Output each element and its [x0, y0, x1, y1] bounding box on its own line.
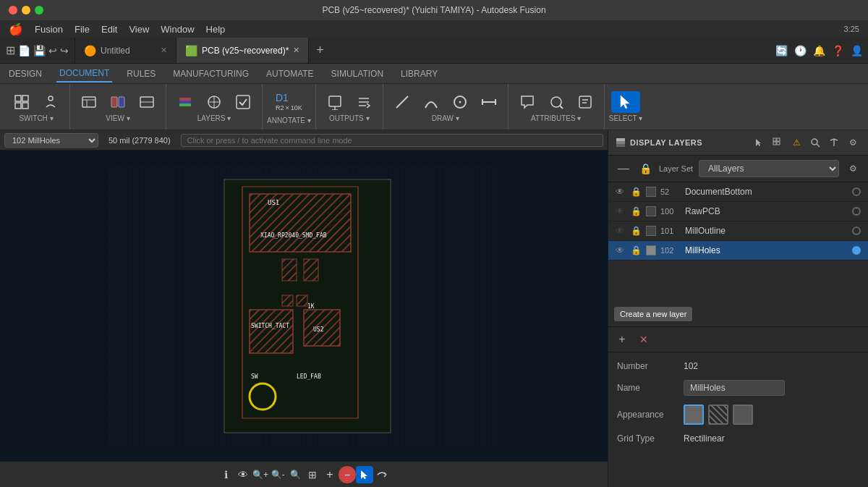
layer-100-lock[interactable]: 🔒	[630, 206, 642, 217]
panel-search-btn[interactable]	[807, 135, 823, 151]
layer-101-active[interactable]	[851, 225, 862, 237]
tab-nav-library[interactable]: LIBRARY	[398, 66, 441, 82]
panel-warning-btn[interactable]: ⚠	[788, 135, 804, 151]
tab-nav-document[interactable]: DOCUMENT	[56, 65, 112, 82]
toolbar-annotate-btn[interactable]: D1 R2 × 10K	[271, 89, 307, 115]
toolbar-select-btn[interactable]	[611, 91, 640, 113]
tab-ctrl-help[interactable]: ❓	[830, 43, 845, 58]
clock: 3:25	[844, 25, 859, 33]
panel-expand-btn[interactable]	[826, 135, 842, 151]
info-btn[interactable]: ℹ	[217, 466, 234, 483]
layer-100-visibility[interactable]: 👁	[614, 206, 626, 217]
tab-ctrl-sync[interactable]: 🔄	[774, 43, 788, 58]
redo-arrow-btn[interactable]	[373, 466, 391, 483]
layer-row-102[interactable]: 👁 🔒 102 MillHoles	[608, 241, 868, 261]
panel-grid-btn[interactable]	[770, 135, 786, 151]
tab-ctrl-clock[interactable]: 🕐	[793, 43, 807, 58]
command-input[interactable]	[181, 134, 603, 147]
toolbar-outputs-btn2[interactable]	[349, 91, 378, 113]
add-layer-btn[interactable]: +	[614, 331, 630, 347]
toolbar-attrs-btn1[interactable]	[513, 91, 542, 113]
main-content: 102 MillHoles 50 mil (2779 840)	[0, 130, 868, 487]
layer-row-52[interactable]: 👁 🔒 52 DocumentBottom	[608, 182, 868, 202]
save-icon[interactable]: 💾	[33, 45, 46, 56]
grid-btn[interactable]: ⊞	[304, 466, 321, 483]
toolbar-layers-btn1[interactable]	[171, 91, 200, 113]
undo-icon[interactable]: ↩	[48, 45, 57, 56]
panel-settings-btn[interactable]: ⚙	[845, 135, 861, 151]
toolbar-view-btn2[interactable]	[103, 91, 132, 113]
new-doc-icon[interactable]: 📄	[18, 45, 30, 56]
swatch-solid[interactable]	[684, 405, 704, 425]
toolbar-attrs-btn3[interactable]	[571, 91, 600, 113]
layer-row-101[interactable]: 👁 🔒 101 MillOutline	[608, 221, 868, 241]
toolbar-switch-btn2[interactable]	[36, 91, 65, 113]
menu-view[interactable]: View	[129, 24, 149, 35]
menu-fusion[interactable]: Fusion	[35, 24, 63, 35]
toolbar-draw-line[interactable]	[388, 91, 417, 113]
zoom-in-btn[interactable]: 🔍+	[252, 466, 269, 483]
appearance-swatches	[684, 405, 753, 425]
tab-untitled[interactable]: 🟠 Untitled ✕	[75, 38, 176, 63]
tab-pcb[interactable]: 🟩 PCB (v25~recovered)* ✕	[176, 38, 309, 63]
menu-edit[interactable]: Edit	[101, 24, 117, 35]
name-input[interactable]	[684, 380, 785, 396]
layer-102-lock[interactable]: 🔒	[630, 245, 642, 256]
layer-set-settings-btn[interactable]: ⚙	[845, 161, 861, 177]
tab-nav-simulation[interactable]: SIMULATION	[328, 66, 386, 82]
layer-100-active[interactable]	[851, 206, 862, 217]
layer-lock-all-btn[interactable]: 🔒	[637, 161, 653, 177]
layer-52-lock[interactable]: 🔒	[630, 186, 642, 198]
toolbar-draw-measure[interactable]	[475, 91, 503, 113]
visibility-btn[interactable]: 👁	[234, 466, 252, 483]
maximize-button[interactable]	[35, 6, 43, 14]
layer-selector[interactable]: 102 MillHoles	[4, 133, 98, 148]
toolbar-view-btn1[interactable]	[75, 91, 103, 113]
zoom-out-btn[interactable]: 🔍-	[269, 466, 286, 483]
toolbar-draw-arc[interactable]	[417, 91, 446, 113]
toolbar-draw-circle[interactable]	[446, 91, 475, 113]
tab-ctrl-profile[interactable]: 👤	[849, 43, 864, 58]
toolbar-layers-btn2[interactable]	[200, 91, 229, 113]
toolbar-switch-btn1[interactable]	[7, 91, 36, 113]
menu-window[interactable]: Window	[161, 24, 194, 35]
layer-102-active[interactable]	[851, 245, 862, 256]
remove-btn[interactable]: −	[339, 466, 356, 483]
panel-cursor-btn[interactable]	[751, 135, 767, 151]
layer-101-lock[interactable]: 🔒	[630, 225, 642, 237]
redo-icon[interactable]: ↪	[60, 45, 69, 56]
zoom-fit-btn[interactable]: 🔍	[286, 466, 304, 483]
delete-layer-btn[interactable]: ✕	[636, 331, 652, 347]
tab-pcb-close[interactable]: ✕	[293, 46, 299, 55]
close-button[interactable]	[9, 6, 17, 14]
panel-title: DISPLAY LAYERS	[630, 138, 702, 147]
tab-nav-design[interactable]: DESIGN	[6, 66, 45, 82]
swatch-outline[interactable]	[733, 405, 753, 425]
tab-nav-manufacturing[interactable]: MANUFACTURING	[170, 66, 252, 82]
canvas-area: 102 MillHoles 50 mil (2779 840)	[0, 130, 608, 487]
minimize-button[interactable]	[22, 6, 30, 14]
toolbar-view-btn3[interactable]	[132, 91, 161, 113]
layer-set-select[interactable]: AllLayers	[699, 160, 839, 177]
layer-101-visibility[interactable]: 👁	[614, 225, 626, 237]
toolbar-attrs-btn2[interactable]	[542, 91, 571, 113]
layer-102-visibility[interactable]: 👁	[614, 245, 626, 256]
swatch-hatch[interactable]	[708, 405, 728, 425]
tab-untitled-close[interactable]: ✕	[161, 46, 167, 55]
layer-row-100[interactable]: 👁 🔒 100 RawPCB	[608, 202, 868, 221]
toolbar-outputs-btn1[interactable]	[320, 91, 349, 113]
apps-icon[interactable]: ⊞	[6, 43, 15, 57]
tab-nav-rules[interactable]: RULES	[124, 66, 158, 82]
tab-ctrl-bell[interactable]: 🔔	[812, 43, 826, 58]
menu-help[interactable]: Help	[206, 24, 226, 35]
tab-nav-automate[interactable]: AUTOMATE	[263, 66, 317, 82]
select-arrow-btn[interactable]	[356, 466, 373, 483]
layer-52-visibility[interactable]: 👁	[614, 186, 626, 198]
pcb-canvas[interactable]: XIAO_RP2040_SMD_FAB SWITCH_TACT 1K US2 S…	[0, 151, 608, 461]
toolbar-layers-btn3[interactable]	[229, 91, 258, 113]
tab-new-button[interactable]: +	[309, 38, 331, 63]
layer-52-active[interactable]	[851, 186, 862, 198]
add-btn[interactable]: +	[321, 466, 339, 483]
menu-file[interactable]: File	[75, 24, 90, 35]
layer-collapse-btn[interactable]: —	[616, 161, 631, 177]
